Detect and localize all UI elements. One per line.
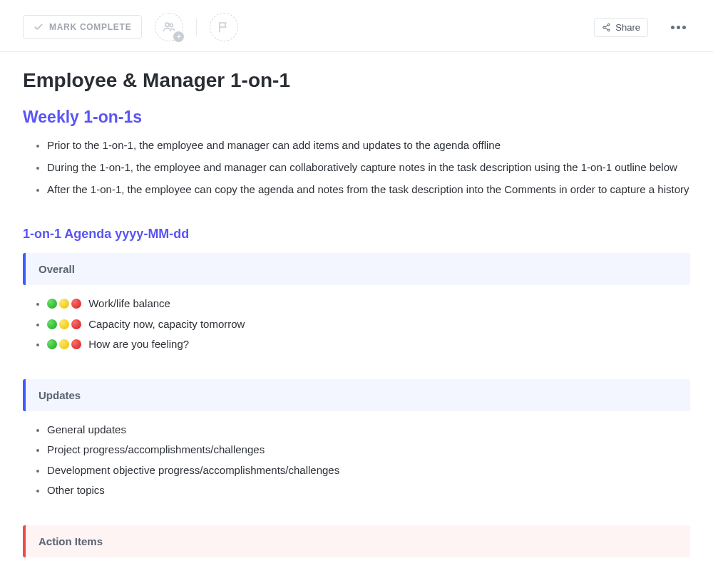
dot-icon — [671, 26, 674, 29]
list-item[interactable]: How are you feeling? — [47, 334, 690, 355]
list-item[interactable]: During the 1-on-1, the employee and mana… — [47, 159, 690, 177]
list-item[interactable]: Capacity now, capacity tomorrow — [47, 314, 690, 335]
block-updates-label: Updates — [39, 389, 81, 401]
priority-button[interactable] — [210, 13, 238, 41]
list-item[interactable]: General updates — [47, 420, 690, 440]
block-overall[interactable]: Overall — [23, 253, 690, 285]
assignee-add-button[interactable]: + — [155, 13, 183, 41]
list-item-text: Work/life balance — [88, 297, 170, 309]
svg-line-5 — [605, 25, 608, 27]
block-overall-label: Overall — [39, 263, 75, 275]
svg-point-1 — [170, 24, 173, 26]
toolbar: MARK COMPLETE + Share — [0, 0, 713, 52]
toolbar-separator — [196, 19, 197, 36]
people-icon — [162, 20, 176, 34]
block-updates[interactable]: Updates — [23, 379, 690, 411]
more-menu-button[interactable] — [667, 21, 690, 33]
mark-complete-button[interactable]: MARK COMPLETE — [23, 15, 142, 39]
section-weekly-heading[interactable]: Weekly 1-on-1s — [23, 108, 690, 127]
mark-complete-label: MARK COMPLETE — [49, 22, 131, 32]
document-body: Employee & Manager 1-on-1 Weekly 1-on-1s… — [0, 52, 713, 586]
overall-list: Work/life balance Capacity now, capacity… — [23, 294, 690, 355]
traffic-light-icon — [47, 319, 81, 329]
list-item-text: How are you feeling? — [88, 338, 189, 350]
dot-icon — [677, 26, 680, 29]
section-agenda-heading[interactable]: 1-on-1 Agenda yyyy-MM-dd — [23, 227, 690, 242]
list-item-text: Capacity now, capacity tomorrow — [88, 318, 245, 330]
plus-icon: + — [173, 31, 184, 42]
intro-list: Prior to the 1-on-1, the employee and ma… — [23, 137, 690, 198]
svg-line-6 — [605, 28, 608, 30]
list-item[interactable]: Development objective progress/accomplis… — [47, 460, 690, 481]
share-icon — [602, 23, 611, 32]
page-title[interactable]: Employee & Manager 1-on-1 — [23, 69, 690, 92]
traffic-light-icon — [47, 339, 81, 349]
dot-icon — [682, 26, 686, 29]
list-item[interactable]: Prior to the 1-on-1, the employee and ma… — [47, 137, 690, 155]
block-action-items[interactable]: Action Items — [23, 525, 690, 557]
share-button[interactable]: Share — [594, 18, 648, 37]
flag-icon — [217, 21, 230, 33]
list-item[interactable]: After the 1-on-1, the employee can copy … — [47, 181, 690, 199]
svg-point-0 — [165, 23, 169, 26]
list-item[interactable]: Project progress/accomplishments/challen… — [47, 440, 690, 460]
share-label: Share — [615, 22, 640, 33]
list-item[interactable]: Other topics — [47, 480, 690, 501]
updates-list: General updates Project progress/accompl… — [23, 420, 690, 501]
list-item[interactable]: Work/life balance — [47, 294, 690, 314]
check-icon — [34, 22, 43, 32]
block-action-label: Action Items — [39, 535, 103, 547]
traffic-light-icon — [47, 299, 81, 309]
